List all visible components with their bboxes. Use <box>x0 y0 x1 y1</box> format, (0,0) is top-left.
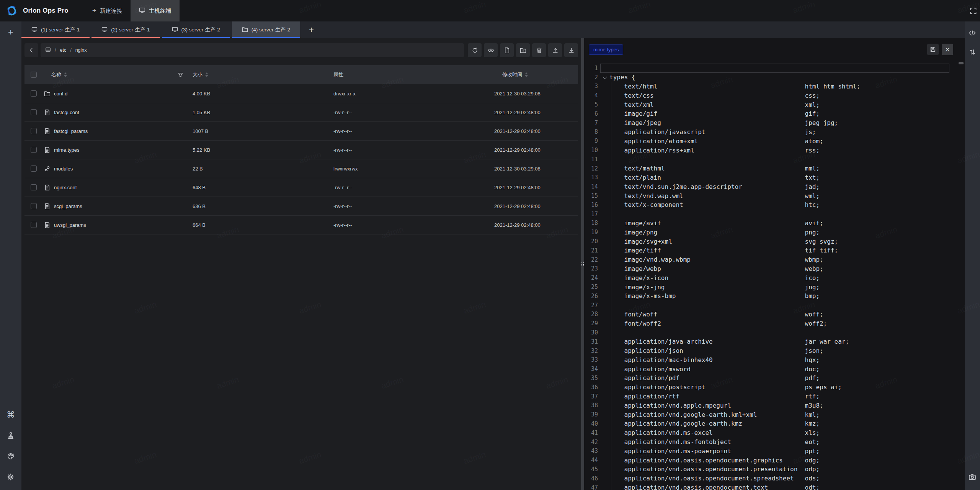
code-line[interactable]: 43 application/vnd.ms-powerpoint ppt; <box>584 446 965 456</box>
delete-trash-icon[interactable] <box>532 43 546 57</box>
code-line[interactable]: 35 application/pdf pdf; <box>584 374 965 383</box>
code-line[interactable]: 18 image/avif avif; <box>584 219 965 228</box>
row-checkbox[interactable] <box>31 90 37 97</box>
fold-chevron-icon[interactable] <box>600 76 609 79</box>
code-line[interactable]: 13 text/plain txt; <box>584 173 965 182</box>
code-line[interactable]: 22 image/vnd.wap.wbmp wbmp; <box>584 255 965 264</box>
code-line[interactable]: 15 text/vnd.wap.wml wml; <box>584 191 965 200</box>
code-line[interactable]: 36 application/postscript ps eps ai; <box>584 383 965 392</box>
code-line[interactable]: 33 application/mac-binhex40 hqx; <box>584 356 965 365</box>
code-line[interactable]: 47 application/vnd.oasis.opendocument.te… <box>584 483 965 490</box>
row-checkbox[interactable] <box>31 166 37 172</box>
code-line[interactable]: 25 image/x-jng jng; <box>584 282 965 292</box>
breadcrumb[interactable]: / etc / nginx <box>41 43 464 57</box>
table-row[interactable]: scgi_params 636 B -rw-r--r-- 2021-12-29 … <box>24 197 578 216</box>
table-row[interactable]: uwsgi_params 664 B -rw-r--r-- 2021-12-29… <box>24 216 578 234</box>
code-line[interactable]: 6 image/gif gif; <box>584 109 965 118</box>
code-line[interactable]: 46 application/vnd.oasis.opendocument.sp… <box>584 474 965 483</box>
column-header-name[interactable]: 名称 <box>41 65 193 84</box>
code-line[interactable]: 4 text/css css; <box>584 91 965 100</box>
sort-carets-icon[interactable] <box>525 72 528 77</box>
preview-eye-icon[interactable] <box>484 43 498 57</box>
code-line[interactable]: 42 application/vnd.ms-fontobject eot; <box>584 438 965 447</box>
download-icon[interactable] <box>564 43 578 57</box>
menu-host-terminal[interactable]: 主机终端 <box>131 0 180 21</box>
code-line[interactable]: 8 application/javascript js; <box>584 128 965 137</box>
code-line[interactable]: 27 <box>584 301 965 310</box>
save-icon[interactable] <box>927 44 939 55</box>
code-line[interactable]: 20 image/svg+xml svg svgz; <box>584 237 965 246</box>
code-line[interactable]: 10 application/rss+xml rss; <box>584 146 965 155</box>
new-tab-button[interactable]: + <box>302 21 321 38</box>
new-file-icon[interactable] <box>500 43 514 57</box>
upload-icon[interactable] <box>548 43 562 57</box>
open-file-tag[interactable]: mime.types <box>589 44 623 55</box>
row-checkbox[interactable] <box>31 147 37 153</box>
code-line[interactable]: 7 image/jpeg jpeg jpg; <box>584 118 965 128</box>
code-line[interactable]: 16 text/x-component htc; <box>584 200 965 210</box>
terminal-tab[interactable]: (2) server-生产-1 <box>91 21 160 38</box>
sort-carets-icon[interactable] <box>205 72 208 77</box>
row-checkbox[interactable] <box>31 222 37 228</box>
code-line[interactable]: 12 text/mathml mml; <box>584 164 965 173</box>
column-header-attrs[interactable]: 属性 <box>333 65 494 84</box>
refresh-icon[interactable] <box>468 43 482 57</box>
column-header-size[interactable]: 大小 <box>193 65 333 84</box>
code-line[interactable]: 21 image/tiff tif tiff; <box>584 246 965 255</box>
back-button[interactable] <box>24 43 38 57</box>
terminal-tab[interactable]: (3) server-生产-2 <box>162 21 230 38</box>
code-line[interactable]: 30 <box>584 328 965 337</box>
code-line[interactable]: 37 application/rtf rtf; <box>584 392 965 401</box>
sort-carets-icon[interactable] <box>64 72 67 77</box>
row-checkbox[interactable] <box>31 109 37 115</box>
code-editor[interactable]: 1 2 types { <box>584 61 965 490</box>
code-line[interactable]: 31 application/java-archive jar war ear; <box>584 337 965 346</box>
breadcrumb-segment[interactable]: nginx <box>75 48 87 53</box>
code-line[interactable]: 39 application/vnd.google-earth.kml+xml … <box>584 410 965 419</box>
code-line[interactable]: 44 application/vnd.oasis.opendocument.gr… <box>584 456 965 465</box>
terminal-tab[interactable]: (4) server-生产-2 <box>232 21 300 38</box>
fullscreen-icon[interactable] <box>966 0 980 21</box>
stamp-icon[interactable] <box>3 428 18 443</box>
code-line[interactable]: 1 <box>584 64 965 73</box>
code-line[interactable]: 19 image/png png; <box>584 228 965 237</box>
code-line[interactable]: 14 text/vnd.sun.j2me.app-descriptor jad; <box>584 182 965 191</box>
table-row[interactable]: fastcgi.conf 1.05 KB -rw-r--r-- 2021-12-… <box>24 103 578 122</box>
editor-scrollbar-thumb[interactable] <box>959 62 964 64</box>
column-header-mtime[interactable]: 修改时间 <box>494 65 578 84</box>
swap-vertical-icon[interactable] <box>965 44 980 60</box>
table-row[interactable]: fastcgi_params 1007 B -rw-r--r-- 2021-12… <box>24 122 578 141</box>
code-line[interactable]: 17 <box>584 210 965 219</box>
terminal-tab[interactable]: (1) server-生产-1 <box>21 21 90 38</box>
palette-icon[interactable] <box>3 449 18 464</box>
filter-funnel-icon[interactable] <box>178 72 183 78</box>
table-row[interactable]: conf.d 4.00 KB drwxr-xr-x 2021-12-30 03:… <box>24 84 578 103</box>
code-line[interactable]: 34 application/msword doc; <box>584 364 965 374</box>
row-checkbox[interactable] <box>31 184 37 190</box>
code-line[interactable]: 5 text/xml xml; <box>584 100 965 109</box>
table-row[interactable]: nginx.conf 648 B -rw-r--r-- 2021-12-29 0… <box>24 178 578 197</box>
panel-splitter[interactable] <box>581 38 584 490</box>
row-checkbox[interactable] <box>31 203 37 209</box>
code-line[interactable]: 40 application/vnd.google-earth.kmz kmz; <box>584 419 965 428</box>
code-line[interactable]: 26 image/x-ms-bmp bmp; <box>584 292 965 301</box>
code-line[interactable]: 23 image/webp webp; <box>584 264 965 274</box>
code-line[interactable]: 38 application/vnd.apple.mpegurl m3u8; <box>584 401 965 410</box>
code-line[interactable]: 45 application/vnd.oasis.opendocument.pr… <box>584 465 965 474</box>
table-row[interactable]: mime.types 5.22 KB -rw-r--r-- 2021-12-29… <box>24 141 578 159</box>
code-line[interactable]: 9 application/atom+xml atom; <box>584 136 965 146</box>
code-line[interactable]: 3 text/html html htm shtml; <box>584 82 965 91</box>
add-connection-button[interactable]: + <box>3 25 18 40</box>
code-line[interactable]: 24 image/x-icon ico; <box>584 273 965 282</box>
menu-new-connection[interactable]: + 新建连接 <box>84 0 131 21</box>
code-line[interactable]: 29 font/woff2 woff2; <box>584 319 965 328</box>
code-line[interactable]: 2 types { <box>584 73 965 82</box>
new-folder-icon[interactable] <box>516 43 530 57</box>
code-line[interactable]: 28 font/woff woff; <box>584 310 965 319</box>
breadcrumb-segment[interactable]: etc <box>60 48 66 53</box>
select-all-checkbox[interactable] <box>31 72 37 78</box>
close-icon[interactable]: × <box>942 44 953 55</box>
code-line[interactable]: 11 <box>584 155 965 164</box>
screenshot-camera-icon[interactable] <box>965 469 980 485</box>
code-line[interactable]: 32 application/json json; <box>584 346 965 356</box>
